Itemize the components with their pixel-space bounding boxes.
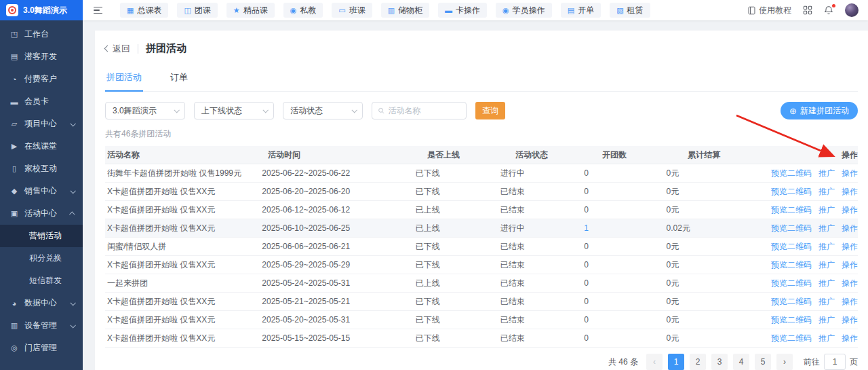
table-row: 一起来拼团2025-05-24~2025-05-31已上线已结束00元预览二维码… xyxy=(105,274,858,293)
goto-page-input[interactable] xyxy=(824,354,846,370)
prev-page-button[interactable]: ‹ xyxy=(646,354,663,370)
search-icon xyxy=(378,107,384,115)
sidebar-item-label: 工作台 xyxy=(24,29,75,40)
sidebar-subitem-points-exchange[interactable]: 积分兑换 xyxy=(0,247,83,270)
user-avatar[interactable] xyxy=(845,3,859,17)
operate-link[interactable]: 操作 xyxy=(842,315,858,325)
topnav-button-locker[interactable]: ▥储物柜 xyxy=(381,3,429,18)
preview-qr-link[interactable]: 预览二维码 xyxy=(771,297,812,306)
sidebar-item-project-center[interactable]: ▱项目中心 xyxy=(0,113,83,135)
operate-link[interactable]: 操作 xyxy=(842,297,858,306)
create-activity-button[interactable]: ⊕ 新建拼团活动 xyxy=(781,102,858,119)
topnav-button-schedule[interactable]: ▦总课表 xyxy=(120,3,168,18)
page-button-5[interactable]: 5 xyxy=(755,354,771,370)
group-count-link[interactable]: 1 xyxy=(584,223,666,233)
activity-time: 2025-05-24~2025-05-31 xyxy=(262,278,415,288)
activity-time: 2025-05-29~2025-05-29 xyxy=(262,260,415,270)
sidebar-item-sales-center[interactable]: ◆销售中心 xyxy=(0,180,83,202)
operate-link[interactable]: 操作 xyxy=(842,187,858,196)
sidebar-item-device-mgmt[interactable]: ▥设备管理 xyxy=(0,314,83,337)
preview-qr-link[interactable]: 预览二维码 xyxy=(771,223,812,233)
settlement-amount: 0元 xyxy=(667,168,764,179)
operate-link[interactable]: 操作 xyxy=(842,223,858,233)
table-header-row: 活动名称活动时间是否上线活动状态开团数累计结算操作 xyxy=(105,146,858,164)
topnav-button-rental[interactable]: ▧租赁 xyxy=(610,3,650,18)
preview-qr-link[interactable]: 预览二维码 xyxy=(771,187,812,196)
activity-status: 已结束 xyxy=(500,333,584,344)
table-row: 闺蜜/情侣双人拼2025-06-06~2025-06-21已下线已结束00元预览… xyxy=(105,238,858,256)
topnav-button-label: 精品课 xyxy=(243,5,268,16)
page-button-1[interactable]: 1 xyxy=(668,354,684,370)
apps-grid-icon[interactable] xyxy=(803,5,812,15)
sidebar-collapse-icon[interactable] xyxy=(92,4,104,17)
topnav-button-card-ops[interactable]: ▬卡操作 xyxy=(438,3,487,18)
topnav-button-class-course[interactable]: ▭班课 xyxy=(332,3,372,18)
preview-qr-link[interactable]: 预览二维码 xyxy=(771,168,812,178)
group-count: 0 xyxy=(584,242,666,251)
promote-link[interactable]: 推广 xyxy=(818,223,835,233)
online-status-filter-select[interactable]: 上下线状态 xyxy=(194,102,274,119)
goto-unit: 页 xyxy=(850,356,858,368)
promote-link[interactable]: 推广 xyxy=(818,205,835,215)
sidebar-item-label: 项目中心 xyxy=(24,118,71,130)
org-filter-select[interactable]: 3.0舞蹈演示 xyxy=(105,102,185,119)
page-button-2[interactable]: 2 xyxy=(690,354,706,370)
sidebar-item-activity-center[interactable]: ▣活动中心 xyxy=(0,202,83,225)
topnav-buttons: ▦总课表◫团课★精品课◉私教▭班课▥储物柜▬卡操作◉学员操作▤开单▧租赁 xyxy=(120,3,650,18)
preview-qr-link[interactable]: 预览二维码 xyxy=(771,205,812,215)
promote-link[interactable]: 推广 xyxy=(818,260,835,270)
sidebar-subitem-sms-broadcast[interactable]: 短信群发 xyxy=(0,270,83,292)
query-button[interactable]: 查询 xyxy=(475,102,505,119)
sidebar-item-online-classroom[interactable]: ▶在线课堂 xyxy=(0,135,83,158)
promote-link[interactable]: 推广 xyxy=(818,297,835,306)
topnav-button-billing[interactable]: ▤开单 xyxy=(561,3,601,18)
tab-group-activity[interactable]: 拼团活动 xyxy=(105,65,143,91)
notification-bell-icon[interactable] xyxy=(824,5,833,16)
promote-link[interactable]: 推广 xyxy=(818,168,835,178)
back-button[interactable]: 返回 xyxy=(105,43,130,55)
promote-link[interactable]: 推广 xyxy=(818,333,835,343)
sidebar-item-workbench[interactable]: ◳工作台 xyxy=(0,23,83,45)
group-count: 0 xyxy=(584,187,666,196)
preview-qr-link[interactable]: 预览二维码 xyxy=(771,333,812,343)
sidebar-item-store-mgmt[interactable]: ◎门店管理 xyxy=(0,337,83,359)
table-row: X卡超值拼团开始啦 仅售XX元2025-05-29~2025-05-29已下线已… xyxy=(105,256,858,274)
promote-link[interactable]: 推广 xyxy=(818,242,835,251)
operate-link[interactable]: 操作 xyxy=(842,333,858,343)
page-button-3[interactable]: 3 xyxy=(711,354,728,370)
sidebar-item-data-center[interactable]: ◕数据中心 xyxy=(0,292,83,314)
chevron-down-icon xyxy=(70,300,75,306)
page-button-4[interactable]: 4 xyxy=(733,354,749,370)
sidebar-item-paying-customers[interactable]: ◔付费客户 xyxy=(0,68,83,90)
promote-link[interactable]: 推广 xyxy=(818,315,835,325)
next-page-button[interactable]: › xyxy=(776,354,793,370)
search-input[interactable] xyxy=(388,106,460,115)
activity-status-filter-select[interactable]: 活动状态 xyxy=(283,102,363,119)
sidebar-item-home-school[interactable]: ▯家校互动 xyxy=(0,158,83,180)
preview-qr-link[interactable]: 预览二维码 xyxy=(771,260,812,270)
topnav-button-premium-class[interactable]: ★精品课 xyxy=(226,3,275,18)
promote-link[interactable]: 推广 xyxy=(818,187,835,196)
topnav-button-private-coach[interactable]: ◉私教 xyxy=(283,3,323,18)
device-mgmt-icon: ▥ xyxy=(9,321,19,330)
locker-icon: ▥ xyxy=(388,6,395,15)
promote-link[interactable]: 推广 xyxy=(818,278,835,288)
preview-qr-link[interactable]: 预览二维码 xyxy=(771,315,812,325)
operate-link[interactable]: 操作 xyxy=(842,205,858,215)
tutorial-link[interactable]: 使用教程 xyxy=(747,5,791,16)
operate-link[interactable]: 操作 xyxy=(842,168,858,178)
chevron-down-icon xyxy=(70,121,75,126)
preview-qr-link[interactable]: 预览二维码 xyxy=(771,242,812,251)
sidebar-item-member-card[interactable]: ▬会员卡 xyxy=(0,90,83,113)
tab-orders[interactable]: 订单 xyxy=(169,65,189,91)
topnav-button-student-ops[interactable]: ◉学员操作 xyxy=(496,3,552,18)
preview-qr-link[interactable]: 预览二维码 xyxy=(771,278,812,288)
operate-link[interactable]: 操作 xyxy=(842,278,858,288)
operate-link[interactable]: 操作 xyxy=(842,260,858,270)
student-ops-icon: ◉ xyxy=(502,6,509,15)
topnav-button-group-class[interactable]: ◫团课 xyxy=(177,3,217,18)
sidebar-subitem-marketing-activity[interactable]: 营销活动 xyxy=(0,225,83,247)
app-logo-bar[interactable]: 3.0舞蹈演示 xyxy=(0,0,83,20)
sidebar-item-prospects[interactable]: ▤潜客开发 xyxy=(0,45,83,68)
operate-link[interactable]: 操作 xyxy=(842,242,858,251)
